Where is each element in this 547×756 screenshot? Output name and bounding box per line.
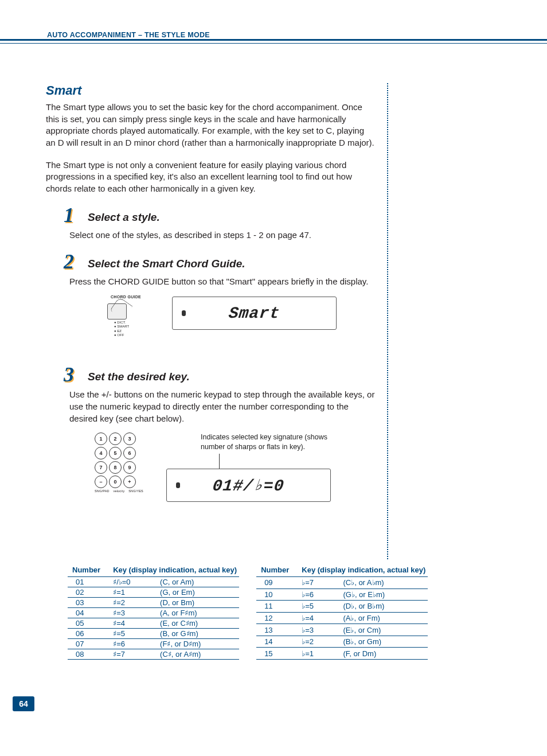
- step-1-body: Select one of the styles, as described i…: [66, 229, 376, 241]
- section-title-smart: Smart: [46, 83, 376, 98]
- table-row: 07♯=6(F♯, or D♯m): [68, 639, 239, 649]
- table-row: 13♭=3(E♭, or Cm): [256, 624, 428, 636]
- step-1-title: Select a style.: [88, 209, 376, 224]
- keypad-key-–: –: [95, 476, 107, 488]
- manual-page: AUTO ACCOMPANIMENT – THE STYLE MODE Smar…: [0, 0, 547, 756]
- step-3-figure: 123456789–0+ SNG/PAD velocity SNG/YES In…: [95, 432, 376, 502]
- table-row: 03♯=2(D, or Bm): [68, 598, 239, 608]
- table-row: 11♭=5(D♭, or B♭m): [256, 601, 428, 613]
- table-row: 01♯/♭=0(C, or Am): [68, 577, 239, 587]
- col-key: Key (display indication, actual key): [299, 564, 428, 577]
- step-2-body: Press the CHORD GUIDE button so that "Sm…: [66, 276, 376, 288]
- chord-guide-button-illustration: CHORD GUIDE ● DICT. ● SMART ● EZ ● OFF: [95, 297, 149, 351]
- key-signature-note: Indicates selected key signature (shows …: [201, 432, 338, 451]
- key-tables: Number Key (display indication, actual k…: [68, 564, 428, 660]
- keypad-key-4: 4: [95, 447, 107, 459]
- step-2: 2 2 Select the Smart Chord Guide. Press …: [66, 255, 376, 352]
- table-row: 10♭=6(G♭, or E♭m): [256, 589, 428, 601]
- table-row: 15♭=1(F, or Dm): [256, 648, 428, 660]
- content-column: Smart The Smart type allows you to set t…: [46, 83, 376, 502]
- intro-paragraph-1: The Smart type allows you to set the bas…: [46, 102, 376, 149]
- col-number: Number: [68, 564, 111, 577]
- keypad-key-3: 3: [123, 432, 136, 445]
- keypad-key-7: 7: [95, 461, 107, 474]
- step-number-3: 3 3: [64, 363, 74, 387]
- table-row: 09♭=7(C♭, or A♭m): [256, 577, 428, 589]
- keypad-key-+: +: [123, 476, 136, 488]
- table-row: 06♯=5(B, or G♯m): [68, 629, 239, 639]
- keypad-key-1: 1: [95, 432, 107, 445]
- intro-paragraph-2: The Smart type is not only a convenient …: [46, 159, 376, 195]
- key-table-right: Number Key (display indication, actual k…: [256, 564, 428, 660]
- step-2-figure: CHORD GUIDE ● DICT. ● SMART ● EZ ● OFF S…: [95, 297, 376, 351]
- keypad-key-5: 5: [109, 447, 122, 459]
- table-row: 04♯=3(A, or F♯m): [68, 608, 239, 618]
- step-3-title: Set the desired key.: [88, 368, 376, 383]
- chord-guide-label: CHORD GUIDE: [111, 295, 141, 299]
- table-row: 02♯=1(G, or Em): [68, 587, 239, 598]
- display-text-smart: Smart: [228, 305, 280, 322]
- table-row: 14♭=2(B♭, or Gm): [256, 636, 428, 648]
- display-key: 01#/♭=0: [166, 469, 331, 502]
- step-number-2: 2 2: [64, 250, 74, 274]
- table-row: 05♯=4(E, or C♯m): [68, 618, 239, 629]
- key-table-left: Number Key (display indication, actual k…: [68, 564, 239, 660]
- header-rule: [0, 39, 547, 44]
- col-number: Number: [256, 564, 299, 577]
- step-number-1: 1 1: [64, 203, 74, 227]
- keypad-key-9: 9: [123, 461, 136, 474]
- chord-guide-legend: ● DICT. ● SMART ● EZ ● OFF: [114, 321, 129, 337]
- display-text-key: 01#/♭=0: [212, 476, 285, 495]
- table-row: 08♯=7(C♯, or A♯m): [68, 649, 239, 660]
- col-key: Key (display indication, actual key): [111, 564, 239, 577]
- step-3-body: Use the +/- buttons on the numeric keypa…: [66, 389, 376, 424]
- keypad-key-2: 2: [109, 432, 122, 445]
- numeric-keypad-illustration: 123456789–0+ SNG/PAD velocity SNG/YES: [95, 432, 143, 493]
- page-number: 64: [13, 696, 34, 711]
- sidebar-dotted-rule: [387, 83, 388, 559]
- display-smart: Smart: [172, 297, 337, 330]
- step-1: 1 1 Select a style. Select one of the st…: [66, 209, 376, 241]
- step-2-title: Select the Smart Chord Guide.: [88, 255, 376, 270]
- table-row: 12♭=4(A♭, or Fm): [256, 612, 428, 624]
- step-3: 3 3 Set the desired key. Use the +/- but…: [66, 368, 376, 502]
- keypad-key-6: 6: [123, 447, 136, 459]
- running-head: AUTO ACCOMPANIMENT – THE STYLE MODE: [47, 31, 210, 39]
- keypad-key-8: 8: [109, 461, 122, 474]
- keypad-key-0: 0: [109, 476, 122, 488]
